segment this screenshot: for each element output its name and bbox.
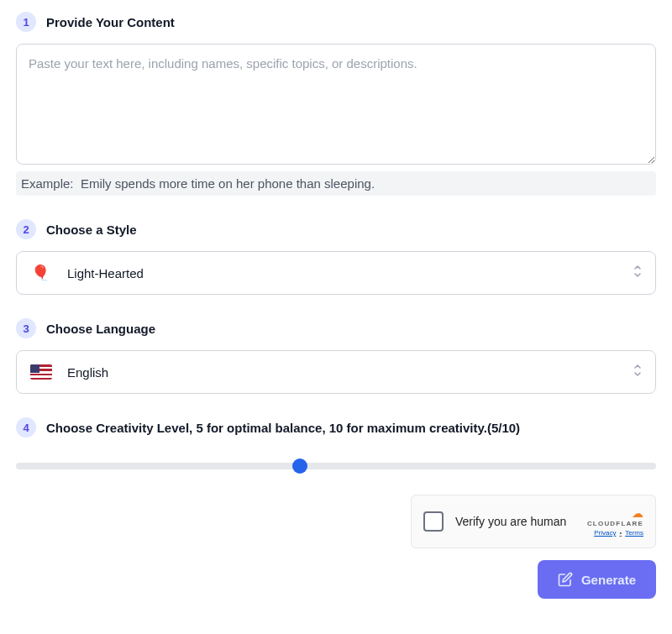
slider-thumb[interactable] — [292, 458, 307, 474]
step-number-badge: 2 — [16, 219, 36, 239]
generate-button-label: Generate — [581, 573, 636, 587]
chevron-sort-icon — [632, 364, 643, 380]
style-select[interactable]: 🎈 Light-Hearted — [16, 251, 656, 295]
captcha-links: Privacy • Terms — [594, 529, 643, 537]
privacy-link[interactable]: Privacy — [594, 529, 616, 537]
cloudflare-text: CLOUDFLARE — [587, 520, 643, 527]
creativity-slider[interactable] — [16, 463, 656, 469]
terms-link[interactable]: Terms — [625, 529, 643, 537]
language-select[interactable]: English — [16, 350, 656, 394]
step-language: 3 Choose Language English — [16, 318, 656, 394]
step-creativity: 4 Choose Creativity Level, 5 for optimal… — [16, 417, 656, 469]
cloudflare-logo: ☁ — [632, 506, 643, 520]
flag-us-icon — [30, 364, 52, 380]
generate-button[interactable]: Generate — [538, 560, 656, 599]
edit-icon — [558, 572, 573, 587]
step-header: 2 Choose a Style — [16, 219, 656, 239]
step-number-badge: 3 — [16, 318, 36, 338]
balloon-icon: 🎈 — [30, 264, 50, 282]
step-title: Choose Language — [46, 322, 155, 336]
step-header: 4 Choose Creativity Level, 5 for optimal… — [16, 417, 656, 438]
step-title: Provide Your Content — [46, 15, 175, 29]
example-label: Example: — [21, 176, 74, 191]
step-number-badge: 1 — [16, 12, 36, 32]
style-selected-label: Light-Hearted — [67, 266, 642, 280]
step-header: 1 Provide Your Content — [16, 12, 656, 32]
step-content: 1 Provide Your Content Example: Emily sp… — [16, 12, 656, 196]
chevron-sort-icon — [632, 265, 643, 281]
example-row: Example: Emily spends more time on her p… — [16, 171, 656, 196]
step-title: Choose a Style — [46, 223, 137, 237]
step-number-badge: 4 — [16, 417, 36, 438]
step-style: 2 Choose a Style 🎈 Light-Hearted — [16, 219, 656, 295]
language-selected-label: English — [67, 365, 642, 380]
content-textarea[interactable] — [16, 44, 656, 165]
step-header: 3 Choose Language — [16, 318, 656, 338]
captcha-text: Verify you are human — [455, 515, 575, 528]
captcha-brand: ☁ CLOUDFLARE Privacy • Terms — [587, 506, 643, 537]
cloud-icon: ☁ — [632, 506, 643, 520]
captcha-checkbox[interactable] — [423, 511, 444, 532]
step-title: Choose Creativity Level, 5 for optimal b… — [46, 421, 520, 435]
example-text-value: Emily spends more time on her phone than… — [81, 176, 375, 191]
captcha-widget: Verify you are human ☁ CLOUDFLARE Privac… — [411, 495, 656, 548]
